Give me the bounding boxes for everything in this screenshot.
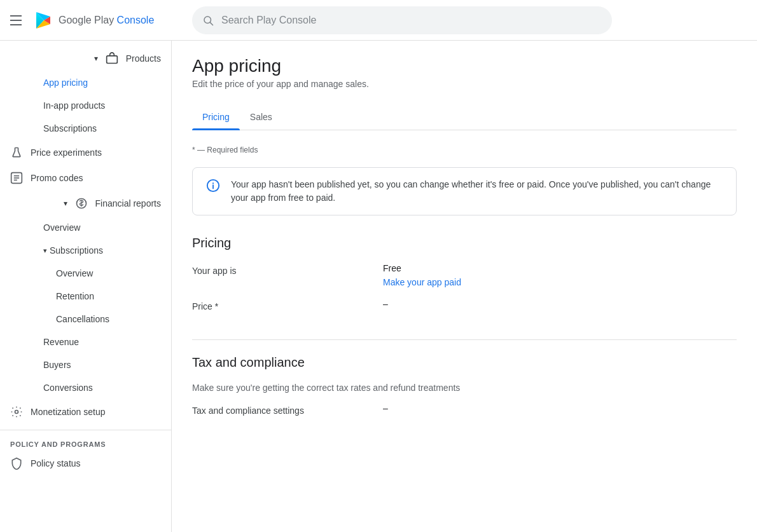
field-value-price: –: [383, 299, 388, 309]
required-note: * — Required fields: [192, 146, 737, 154]
sidebar-item-subscriptions-sub[interactable]: ▾ Subscriptions: [33, 239, 171, 262]
sidebar-item-sub-overview[interactable]: Overview: [46, 262, 171, 285]
tag-icon: [10, 172, 23, 184]
svg-rect-3: [106, 56, 117, 64]
sidebar-label-in-app-products: In-app products: [43, 100, 105, 111]
products-icon: [106, 52, 118, 65]
chevron-down-icon: ▾: [94, 54, 98, 63]
sidebar-sub-financial: Overview ▾ Subscriptions Overview Retent…: [0, 216, 171, 399]
sidebar-item-products[interactable]: ▾ Products: [0, 46, 171, 71]
sidebar-label-overview: Overview: [43, 222, 80, 233]
page-subtitle: Edit the price of your app and manage sa…: [192, 79, 737, 89]
field-row-tax-settings: Tax and compliance settings –: [192, 403, 737, 428]
gear-icon: [10, 406, 23, 418]
sidebar-item-monetization-setup[interactable]: Monetization setup: [0, 399, 171, 425]
sidebar-label-conversions: Conversions: [43, 383, 93, 393]
sidebar-label-subscriptions: Subscriptions: [43, 123, 97, 133]
search-bar[interactable]: [192, 6, 612, 34]
sidebar-label-revenue: Revenue: [43, 337, 79, 347]
field-value-tax-settings: –: [383, 403, 388, 413]
sidebar: ▾ Products App pricing In-app products S…: [0, 41, 172, 532]
sidebar-label-subscriptions-sub: Subscriptions: [50, 245, 103, 256]
policy-programs-label: Policy and programs: [0, 435, 171, 451]
hamburger-menu-button[interactable]: [10, 13, 25, 28]
sidebar-item-cancellations[interactable]: Cancellations: [46, 308, 171, 331]
sidebar-item-revenue[interactable]: Revenue: [33, 331, 171, 353]
tab-pricing[interactable]: Pricing: [192, 104, 240, 130]
search-icon: [202, 15, 214, 26]
sidebar-sub-subscriptions: Overview Retention Cancellations: [33, 262, 171, 331]
sidebar-label-retention: Retention: [56, 291, 94, 301]
sidebar-label-promo-codes: Promo codes: [31, 173, 83, 183]
logo-container: Google Play Console: [33, 10, 154, 31]
sidebar-item-buyers[interactable]: Buyers: [33, 353, 171, 376]
sidebar-item-conversions[interactable]: Conversions: [33, 376, 171, 399]
sidebar-item-policy-status[interactable]: Policy status: [0, 451, 171, 476]
section-divider: [192, 339, 737, 340]
tax-section-title: Tax and compliance: [192, 355, 737, 370]
tab-sales[interactable]: Sales: [240, 104, 282, 130]
svg-line-2: [210, 22, 212, 25]
sidebar-label-buyers: Buyers: [43, 360, 71, 370]
sidebar-item-subscriptions[interactable]: Subscriptions: [33, 117, 171, 140]
tax-subtitle: Make sure you're getting the correct tax…: [192, 383, 737, 393]
free-value: Free: [383, 263, 461, 273]
chevron-down-icon-subs: ▾: [43, 247, 47, 255]
sidebar-item-financial-reports[interactable]: ▾ Financial reports: [0, 191, 171, 216]
sidebar-item-promo-codes[interactable]: Promo codes: [0, 165, 171, 191]
make-app-paid-link[interactable]: Make your app paid: [383, 277, 461, 287]
field-label-price: Price *: [192, 299, 383, 311]
flask-icon: [10, 146, 23, 159]
tabs-container: Pricing Sales: [192, 104, 737, 130]
sidebar-label-app-pricing: App pricing: [43, 78, 88, 88]
svg-point-9: [15, 411, 18, 414]
header: Google Play Console: [0, 0, 757, 41]
page-title: App pricing: [192, 56, 737, 76]
sidebar-sub-products: App pricing In-app products Subscription…: [0, 71, 171, 140]
sidebar-item-in-app-products[interactable]: In-app products: [33, 94, 171, 117]
field-value-app-is: Free Make your app paid: [383, 263, 461, 287]
main-content: App pricing Edit the price of your app a…: [172, 41, 757, 532]
price-dash-value: –: [383, 299, 388, 309]
sidebar-label-policy-status: Policy status: [31, 458, 81, 468]
sidebar-label-financial-reports: Financial reports: [95, 198, 162, 208]
shield-icon: [10, 457, 23, 470]
chevron-down-icon-financial: ▾: [64, 199, 67, 208]
header-left: Google Play Console: [10, 10, 182, 31]
field-label-tax-settings: Tax and compliance settings: [192, 403, 383, 416]
sidebar-item-retention[interactable]: Retention: [46, 285, 171, 308]
pricing-section-title: Pricing: [192, 236, 737, 250]
info-message: Your app hasn't been published yet, so y…: [231, 178, 723, 205]
info-box: Your app hasn't been published yet, so y…: [192, 167, 737, 215]
search-input[interactable]: [221, 15, 602, 26]
dollar-icon: [75, 197, 88, 210]
sidebar-divider: [0, 430, 171, 430]
sidebar-label-monetization-setup: Monetization setup: [31, 407, 106, 417]
info-icon: [205, 178, 221, 193]
google-play-logo-icon: [33, 10, 53, 31]
sidebar-label-price-experiments: Price experiments: [31, 147, 102, 158]
field-label-app-is: Your app is: [192, 263, 383, 276]
body-container: ▾ Products App pricing In-app products S…: [0, 41, 757, 532]
field-row-price: Price * –: [192, 299, 737, 324]
sidebar-label-products: Products: [126, 53, 161, 64]
sidebar-item-price-experiments[interactable]: Price experiments: [0, 140, 171, 165]
field-row-app-is: Your app is Free Make your app paid: [192, 263, 737, 289]
app-title: Google Play Console: [59, 15, 154, 26]
tax-settings-dash-value: –: [383, 403, 388, 413]
sidebar-item-overview[interactable]: Overview: [33, 216, 171, 239]
sidebar-item-app-pricing[interactable]: App pricing: [33, 71, 171, 94]
sidebar-label-cancellations: Cancellations: [56, 314, 109, 324]
sidebar-label-sub-overview: Overview: [56, 268, 93, 278]
